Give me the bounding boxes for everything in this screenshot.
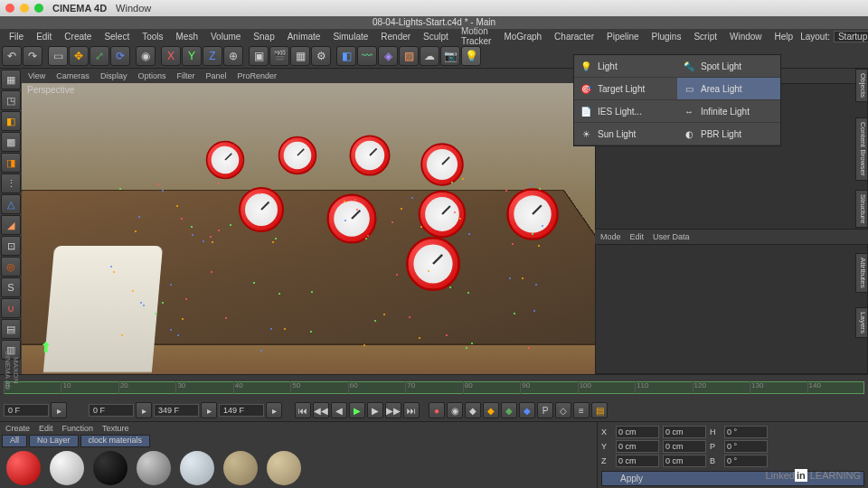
model-mode-icon[interactable]: ◳ xyxy=(1,90,21,110)
vtab-content[interactable]: Content Browser xyxy=(855,117,868,181)
keyframe-sel-icon[interactable]: ◆ xyxy=(465,402,481,418)
menu-simulate[interactable]: Simulate xyxy=(327,31,373,42)
light-option-sun-light[interactable]: ☀Sun Light xyxy=(574,123,677,145)
menu-volume[interactable]: Volume xyxy=(205,31,246,42)
snap-icon[interactable]: ◎ xyxy=(1,257,21,277)
material-table[interactable]: table xyxy=(221,451,260,488)
mat-menu-function[interactable]: Function xyxy=(59,423,98,434)
vtab-attributes[interactable]: Attributes xyxy=(855,253,868,293)
viewport[interactable]: Perspective ⬆ xyxy=(22,83,595,374)
workplane2-icon[interactable]: S xyxy=(1,277,21,297)
menu-select[interactable]: Select xyxy=(99,31,135,42)
light-option-target-light[interactable]: 🎯Target Light xyxy=(574,78,677,100)
material-face[interactable]: face xyxy=(47,451,87,488)
menu-plugins[interactable]: Plugins xyxy=(646,31,687,42)
menu-motion-tracker[interactable]: Motion Tracker xyxy=(456,25,497,47)
menu-animate[interactable]: Animate xyxy=(282,31,326,42)
vp-menu-cameras[interactable]: Cameras xyxy=(52,70,94,81)
prev-frame-icon[interactable]: ◀ xyxy=(331,402,347,418)
pos-key-icon[interactable]: ◆ xyxy=(483,402,499,418)
light-option-ies-light---[interactable]: 📄IES Light... xyxy=(574,100,677,123)
deformer-icon[interactable]: ▨ xyxy=(399,46,419,66)
timeline-range[interactable] xyxy=(4,381,864,394)
cube-primitive-icon[interactable]: ◧ xyxy=(336,46,356,66)
light-option-infinite-light[interactable]: ↔Infinite Light xyxy=(677,100,780,123)
y-size-field[interactable]: 0 cm xyxy=(663,440,706,453)
material-shiny-re[interactable]: shiny re xyxy=(4,451,43,488)
spinner-icon[interactable]: ▸ xyxy=(201,402,217,418)
undo-icon[interactable]: ↶ xyxy=(2,46,22,66)
light-icon[interactable]: 💡 xyxy=(461,46,481,66)
y-axis-icon[interactable]: Y xyxy=(182,46,202,66)
recent-tool-icon[interactable]: ◉ xyxy=(136,46,156,66)
mat-filter[interactable]: clock materials xyxy=(80,435,151,447)
x-pos-field[interactable]: 0 cm xyxy=(616,426,659,438)
attribute-body[interactable] xyxy=(595,244,868,374)
menu-help[interactable]: Help xyxy=(769,31,799,42)
param-key-icon[interactable]: P xyxy=(537,402,553,418)
spline-icon[interactable]: 〰 xyxy=(357,46,377,66)
select-tool-icon[interactable]: ▭ xyxy=(48,46,68,66)
rot-key-icon[interactable]: ◆ xyxy=(519,402,535,418)
render-region-icon[interactable]: ▦ xyxy=(290,46,310,66)
z-size-field[interactable]: 0 cm xyxy=(663,455,706,467)
next-key-icon[interactable]: ▶▶ xyxy=(385,402,401,418)
light-option-spot-light[interactable]: 🔦Spot Light xyxy=(677,55,780,78)
vp-menu-display[interactable]: Display xyxy=(96,70,132,81)
light-option-area-light[interactable]: ▭Area Light xyxy=(677,78,780,100)
uv-points-icon[interactable]: ⊡ xyxy=(1,236,21,256)
move-tool-icon[interactable]: ✥ xyxy=(69,46,89,66)
material-face-nu[interactable]: face nu xyxy=(90,451,130,488)
mat-menu-texture[interactable]: Texture xyxy=(99,423,133,434)
render-pict-icon[interactable]: 🎬 xyxy=(269,46,289,66)
menu-edit[interactable]: Edit xyxy=(31,31,57,42)
points-mode-icon[interactable]: ⋮ xyxy=(1,174,21,193)
y-rot-field[interactable]: 0 ° xyxy=(724,440,768,453)
menu-render[interactable]: Render xyxy=(375,31,416,42)
current-frame-field[interactable]: 0 F xyxy=(4,404,49,417)
attr-menu-user-data[interactable]: User Data xyxy=(649,231,693,242)
vp-menu-panel[interactable]: Panel xyxy=(201,70,231,81)
vp-menu-view[interactable]: View xyxy=(24,70,50,81)
autokey-icon[interactable]: ◉ xyxy=(447,402,463,418)
menu-pipeline[interactable]: Pipeline xyxy=(601,31,645,42)
scale-tool-icon[interactable]: ⤢ xyxy=(90,46,109,66)
vp-menu-options[interactable]: Options xyxy=(133,70,170,81)
menu-mograph[interactable]: MoGraph xyxy=(498,31,547,42)
next-frame-icon[interactable]: ▶ xyxy=(367,402,383,418)
vtab-layers[interactable]: Layers xyxy=(855,307,868,338)
close-dot[interactable] xyxy=(5,4,14,13)
rotate-tool-icon[interactable]: ⟳ xyxy=(110,46,130,66)
scale-key-icon[interactable]: ◆ xyxy=(501,402,517,418)
play-icon[interactable]: ▶ xyxy=(349,402,365,418)
material-list[interactable]: shiny refaceface nuscrewsglasstabletable… xyxy=(0,447,597,488)
range-min-field[interactable]: 0 F xyxy=(89,404,134,417)
object-mode-icon[interactable]: ◧ xyxy=(1,111,21,131)
min-dot[interactable] xyxy=(20,4,29,13)
light-option-pbr-light[interactable]: ◐PBR Light xyxy=(677,123,780,145)
menu-character[interactable]: Character xyxy=(549,31,599,42)
key-opts-icon[interactable]: ≡ xyxy=(573,402,590,418)
play-mode-icon[interactable]: ▤ xyxy=(591,402,608,418)
prev-key-icon[interactable]: ◀◀ xyxy=(313,402,329,418)
menu-mesh[interactable]: Mesh xyxy=(171,31,203,42)
x-axis-icon[interactable]: X xyxy=(161,46,181,66)
mat-filter[interactable]: All xyxy=(2,435,27,447)
x-rot-field[interactable]: 0 ° xyxy=(724,426,768,438)
spinner-icon[interactable]: ▸ xyxy=(51,402,67,418)
coord-sys-icon[interactable]: ⊕ xyxy=(223,46,243,66)
spinner-icon[interactable]: ▸ xyxy=(266,402,282,418)
magnet-icon[interactable]: ∪ xyxy=(1,298,21,318)
timeline[interactable]: 0102030405060708090100110120130140150 xyxy=(0,374,868,399)
max-dot[interactable] xyxy=(34,4,43,13)
goto-start-icon[interactable]: ⏮ xyxy=(295,402,311,418)
timeline-ruler[interactable]: 0102030405060708090100110120130140150 xyxy=(4,381,864,394)
spinner-icon[interactable]: ▸ xyxy=(136,402,152,418)
polys-mode-icon[interactable]: ◢ xyxy=(1,215,21,235)
render-view-icon[interactable]: ▣ xyxy=(249,46,269,66)
mat-menu-edit[interactable]: Edit xyxy=(35,423,57,434)
menu-create[interactable]: Create xyxy=(59,31,97,42)
material-glass[interactable]: glass xyxy=(177,451,217,488)
record-icon[interactable]: ● xyxy=(429,402,445,418)
material-screws[interactable]: screws xyxy=(134,451,174,488)
